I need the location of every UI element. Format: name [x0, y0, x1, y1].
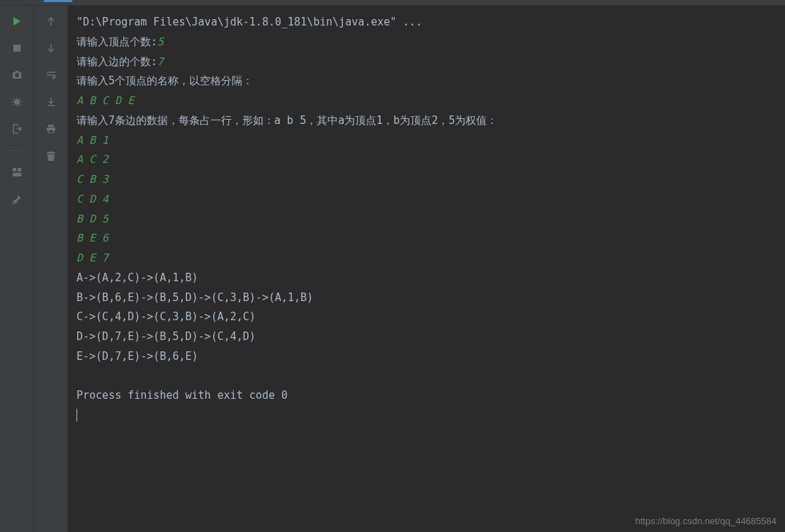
console-line: B E 6	[77, 229, 776, 249]
exit-icon[interactable]	[10, 122, 24, 136]
scroll-to-end-icon[interactable]	[44, 95, 58, 109]
console-line: A->(A,2,C)->(A,1,B)	[77, 268, 776, 288]
right-toolbar	[34, 6, 68, 532]
svg-rect-0	[13, 45, 21, 52]
console-area[interactable]: "D:\Program Files\Java\jdk-1.8.0_181\bin…	[68, 6, 785, 532]
console-line: B D 5	[77, 210, 776, 230]
print-icon[interactable]	[44, 122, 58, 136]
svg-rect-3	[18, 168, 21, 171]
console-line	[77, 367, 776, 387]
svg-rect-2	[13, 168, 16, 171]
separator	[7, 150, 27, 151]
console-line: 请输入5个顶点的名称，以空格分隔：	[77, 72, 776, 91]
console-command: "D:\Program Files\Java\jdk-1.8.0_181\bin…	[77, 13, 776, 33]
up-arrow-icon[interactable]	[44, 14, 58, 28]
console-line: D E 7	[77, 249, 776, 268]
console-line: Process finished with exit code 0	[77, 386, 776, 406]
debug-icon[interactable]	[10, 95, 24, 109]
trash-icon[interactable]	[44, 149, 58, 163]
console-line: 请输入7条边的数据，每条占一行，形如：a b 5，其中a为顶点1，b为顶点2，5…	[77, 111, 776, 131]
soft-wrap-icon[interactable]	[44, 68, 58, 82]
main-container: "D:\Program Files\Java\jdk-1.8.0_181\bin…	[0, 6, 785, 532]
console-line: C B 3	[77, 170, 776, 190]
watermark: https://blog.csdn.net/qq_44685584	[636, 516, 777, 526]
top-bar	[0, 0, 785, 6]
pin-icon[interactable]	[10, 192, 24, 206]
console-line: A B 1	[77, 131, 776, 151]
stop-icon[interactable]	[10, 41, 24, 55]
layout-icon[interactable]	[10, 165, 24, 179]
console-line: 请输入顶点个数:5	[77, 33, 776, 52]
run-icon[interactable]	[10, 14, 24, 28]
console-line: 请输入边的个数:7	[77, 52, 776, 72]
console-line: E->(D,7,E)->(B,6,E)	[77, 347, 776, 367]
console-line: B->(B,6,E)->(B,5,D)->(C,3,B)->(A,1,B)	[77, 288, 776, 308]
svg-rect-4	[13, 173, 21, 176]
input-span: 7	[157, 55, 164, 68]
console-line: C->(C,4,D)->(C,3,B)->(A,2,C)	[77, 307, 776, 327]
console-line: A B C D E	[77, 91, 776, 111]
console-line: D->(D,7,E)->(B,5,D)->(C,4,D)	[77, 327, 776, 347]
input-span: 5	[157, 35, 164, 48]
console-line: A C 2	[77, 150, 776, 170]
console-line: C D 4	[77, 190, 776, 210]
cursor	[77, 409, 77, 421]
svg-point-1	[14, 99, 20, 105]
tab-indicator	[44, 0, 72, 2]
output-span: 请输入顶点个数:	[77, 35, 157, 48]
left-toolbar	[0, 6, 34, 532]
cursor-line	[77, 406, 776, 426]
down-arrow-icon[interactable]	[44, 41, 58, 55]
camera-icon[interactable]	[10, 68, 24, 82]
output-span: 请输入边的个数:	[77, 55, 157, 68]
